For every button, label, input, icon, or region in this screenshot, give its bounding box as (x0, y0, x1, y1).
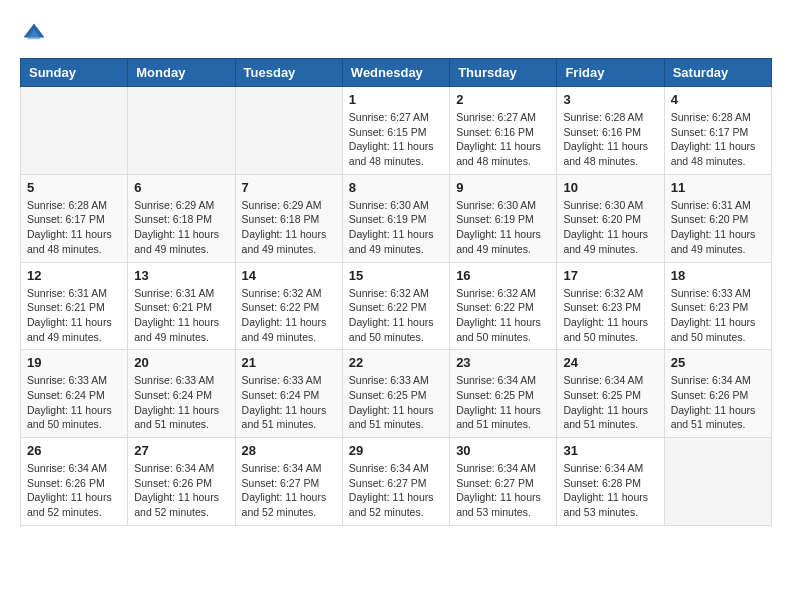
day-number: 26 (27, 443, 121, 458)
day-info: Sunrise: 6:34 AM Sunset: 6:25 PM Dayligh… (456, 373, 550, 432)
day-info: Sunrise: 6:28 AM Sunset: 6:16 PM Dayligh… (563, 110, 657, 169)
day-number: 21 (242, 355, 336, 370)
day-number: 25 (671, 355, 765, 370)
calendar-cell: 25Sunrise: 6:34 AM Sunset: 6:26 PM Dayli… (664, 350, 771, 438)
calendar-cell (235, 87, 342, 175)
day-info: Sunrise: 6:28 AM Sunset: 6:17 PM Dayligh… (27, 198, 121, 257)
day-info: Sunrise: 6:31 AM Sunset: 6:21 PM Dayligh… (134, 286, 228, 345)
day-number: 3 (563, 92, 657, 107)
calendar-cell: 18Sunrise: 6:33 AM Sunset: 6:23 PM Dayli… (664, 262, 771, 350)
calendar-cell: 20Sunrise: 6:33 AM Sunset: 6:24 PM Dayli… (128, 350, 235, 438)
day-info: Sunrise: 6:34 AM Sunset: 6:28 PM Dayligh… (563, 461, 657, 520)
calendar-cell: 22Sunrise: 6:33 AM Sunset: 6:25 PM Dayli… (342, 350, 449, 438)
day-header-friday: Friday (557, 59, 664, 87)
calendar-cell: 23Sunrise: 6:34 AM Sunset: 6:25 PM Dayli… (450, 350, 557, 438)
calendar-week-row: 12Sunrise: 6:31 AM Sunset: 6:21 PM Dayli… (21, 262, 772, 350)
calendar-week-row: 5Sunrise: 6:28 AM Sunset: 6:17 PM Daylig… (21, 174, 772, 262)
day-number: 10 (563, 180, 657, 195)
calendar-week-row: 26Sunrise: 6:34 AM Sunset: 6:26 PM Dayli… (21, 438, 772, 526)
day-header-monday: Monday (128, 59, 235, 87)
day-info: Sunrise: 6:32 AM Sunset: 6:22 PM Dayligh… (456, 286, 550, 345)
day-number: 20 (134, 355, 228, 370)
day-number: 16 (456, 268, 550, 283)
day-number: 5 (27, 180, 121, 195)
day-info: Sunrise: 6:33 AM Sunset: 6:24 PM Dayligh… (27, 373, 121, 432)
calendar-cell: 16Sunrise: 6:32 AM Sunset: 6:22 PM Dayli… (450, 262, 557, 350)
day-info: Sunrise: 6:30 AM Sunset: 6:19 PM Dayligh… (349, 198, 443, 257)
day-info: Sunrise: 6:34 AM Sunset: 6:26 PM Dayligh… (27, 461, 121, 520)
calendar-cell (664, 438, 771, 526)
day-number: 30 (456, 443, 550, 458)
day-number: 1 (349, 92, 443, 107)
day-number: 7 (242, 180, 336, 195)
day-number: 11 (671, 180, 765, 195)
calendar-cell: 5Sunrise: 6:28 AM Sunset: 6:17 PM Daylig… (21, 174, 128, 262)
day-info: Sunrise: 6:33 AM Sunset: 6:24 PM Dayligh… (134, 373, 228, 432)
day-info: Sunrise: 6:30 AM Sunset: 6:20 PM Dayligh… (563, 198, 657, 257)
day-info: Sunrise: 6:34 AM Sunset: 6:26 PM Dayligh… (134, 461, 228, 520)
day-header-tuesday: Tuesday (235, 59, 342, 87)
day-info: Sunrise: 6:31 AM Sunset: 6:20 PM Dayligh… (671, 198, 765, 257)
logo-icon (20, 20, 48, 48)
day-header-wednesday: Wednesday (342, 59, 449, 87)
day-info: Sunrise: 6:29 AM Sunset: 6:18 PM Dayligh… (242, 198, 336, 257)
day-number: 31 (563, 443, 657, 458)
day-number: 13 (134, 268, 228, 283)
calendar-cell: 2Sunrise: 6:27 AM Sunset: 6:16 PM Daylig… (450, 87, 557, 175)
day-info: Sunrise: 6:34 AM Sunset: 6:27 PM Dayligh… (456, 461, 550, 520)
day-header-sunday: Sunday (21, 59, 128, 87)
calendar-cell: 12Sunrise: 6:31 AM Sunset: 6:21 PM Dayli… (21, 262, 128, 350)
day-number: 18 (671, 268, 765, 283)
calendar-cell: 26Sunrise: 6:34 AM Sunset: 6:26 PM Dayli… (21, 438, 128, 526)
calendar-cell: 1Sunrise: 6:27 AM Sunset: 6:15 PM Daylig… (342, 87, 449, 175)
day-info: Sunrise: 6:34 AM Sunset: 6:27 PM Dayligh… (242, 461, 336, 520)
day-number: 29 (349, 443, 443, 458)
day-number: 14 (242, 268, 336, 283)
day-number: 28 (242, 443, 336, 458)
calendar-week-row: 19Sunrise: 6:33 AM Sunset: 6:24 PM Dayli… (21, 350, 772, 438)
day-info: Sunrise: 6:34 AM Sunset: 6:27 PM Dayligh… (349, 461, 443, 520)
day-info: Sunrise: 6:27 AM Sunset: 6:15 PM Dayligh… (349, 110, 443, 169)
day-info: Sunrise: 6:32 AM Sunset: 6:23 PM Dayligh… (563, 286, 657, 345)
calendar-cell: 17Sunrise: 6:32 AM Sunset: 6:23 PM Dayli… (557, 262, 664, 350)
day-number: 12 (27, 268, 121, 283)
calendar-cell: 29Sunrise: 6:34 AM Sunset: 6:27 PM Dayli… (342, 438, 449, 526)
calendar-cell: 6Sunrise: 6:29 AM Sunset: 6:18 PM Daylig… (128, 174, 235, 262)
calendar-cell: 27Sunrise: 6:34 AM Sunset: 6:26 PM Dayli… (128, 438, 235, 526)
day-number: 2 (456, 92, 550, 107)
calendar-cell: 19Sunrise: 6:33 AM Sunset: 6:24 PM Dayli… (21, 350, 128, 438)
logo (20, 20, 52, 48)
day-number: 24 (563, 355, 657, 370)
day-header-saturday: Saturday (664, 59, 771, 87)
calendar-cell (21, 87, 128, 175)
page-header (20, 20, 772, 48)
day-number: 19 (27, 355, 121, 370)
calendar-cell: 10Sunrise: 6:30 AM Sunset: 6:20 PM Dayli… (557, 174, 664, 262)
day-info: Sunrise: 6:34 AM Sunset: 6:26 PM Dayligh… (671, 373, 765, 432)
day-number: 6 (134, 180, 228, 195)
calendar-cell: 14Sunrise: 6:32 AM Sunset: 6:22 PM Dayli… (235, 262, 342, 350)
calendar-cell: 4Sunrise: 6:28 AM Sunset: 6:17 PM Daylig… (664, 87, 771, 175)
day-info: Sunrise: 6:28 AM Sunset: 6:17 PM Dayligh… (671, 110, 765, 169)
calendar-cell: 7Sunrise: 6:29 AM Sunset: 6:18 PM Daylig… (235, 174, 342, 262)
day-info: Sunrise: 6:32 AM Sunset: 6:22 PM Dayligh… (349, 286, 443, 345)
calendar-cell: 3Sunrise: 6:28 AM Sunset: 6:16 PM Daylig… (557, 87, 664, 175)
calendar-cell: 24Sunrise: 6:34 AM Sunset: 6:25 PM Dayli… (557, 350, 664, 438)
calendar-cell: 13Sunrise: 6:31 AM Sunset: 6:21 PM Dayli… (128, 262, 235, 350)
day-number: 27 (134, 443, 228, 458)
calendar-cell: 31Sunrise: 6:34 AM Sunset: 6:28 PM Dayli… (557, 438, 664, 526)
calendar-cell: 30Sunrise: 6:34 AM Sunset: 6:27 PM Dayli… (450, 438, 557, 526)
day-number: 8 (349, 180, 443, 195)
day-number: 17 (563, 268, 657, 283)
day-number: 23 (456, 355, 550, 370)
calendar-table: SundayMondayTuesdayWednesdayThursdayFrid… (20, 58, 772, 526)
calendar-cell (128, 87, 235, 175)
day-number: 4 (671, 92, 765, 107)
calendar-week-row: 1Sunrise: 6:27 AM Sunset: 6:15 PM Daylig… (21, 87, 772, 175)
day-info: Sunrise: 6:33 AM Sunset: 6:23 PM Dayligh… (671, 286, 765, 345)
day-info: Sunrise: 6:34 AM Sunset: 6:25 PM Dayligh… (563, 373, 657, 432)
calendar-cell: 21Sunrise: 6:33 AM Sunset: 6:24 PM Dayli… (235, 350, 342, 438)
calendar-cell: 8Sunrise: 6:30 AM Sunset: 6:19 PM Daylig… (342, 174, 449, 262)
calendar-cell: 11Sunrise: 6:31 AM Sunset: 6:20 PM Dayli… (664, 174, 771, 262)
day-info: Sunrise: 6:30 AM Sunset: 6:19 PM Dayligh… (456, 198, 550, 257)
